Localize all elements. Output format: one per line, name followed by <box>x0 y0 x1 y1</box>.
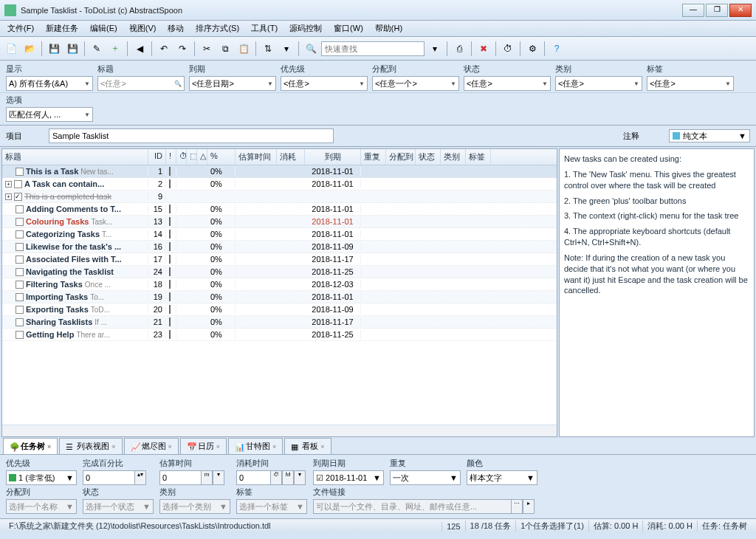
filter-alloc-combo[interactable]: <任意一个>▼ <box>372 76 459 91</box>
view-tab[interactable]: 📊甘特图 × <box>228 438 283 454</box>
tree-expander[interactable]: + <box>5 181 12 188</box>
view-tab[interactable]: ▦看板 × <box>284 438 331 454</box>
menu-move[interactable]: 移动 <box>162 21 190 35</box>
tree-expander[interactable]: + <box>5 193 12 200</box>
toolbar-search-input[interactable] <box>321 41 425 56</box>
tb-undo-icon[interactable]: ↶ <box>156 41 172 57</box>
task-checkbox[interactable] <box>16 218 24 226</box>
view-tab[interactable]: 🌳任务树 × <box>3 438 58 454</box>
task-checkbox[interactable] <box>14 180 22 188</box>
view-tab[interactable]: ☰列表视图 × <box>59 438 122 454</box>
task-checkbox[interactable] <box>16 243 24 251</box>
task-checkbox[interactable] <box>16 268 24 276</box>
task-checkbox[interactable] <box>16 230 24 238</box>
grid-body[interactable]: This is a Task New tas...10%2018-11-01+A… <box>2 165 557 425</box>
tab-close-icon[interactable]: × <box>216 443 220 450</box>
tab-close-icon[interactable]: × <box>47 443 51 450</box>
menu-edit[interactable]: 编辑(E) <box>84 21 123 35</box>
edit-recur-combo[interactable]: 一次▼ <box>390 470 461 485</box>
table-row[interactable]: Likewise for the task's ...160%2018-11-0… <box>2 241 557 253</box>
menu-view[interactable]: 视图(V) <box>123 21 162 35</box>
edit-est-input[interactable]: 0 <box>159 470 201 485</box>
filter-priority-combo[interactable]: <任意>▼ <box>281 76 368 91</box>
edit-spent-unit[interactable]: M <box>282 470 294 485</box>
tb-copy-icon[interactable]: ⧉ <box>217 41 233 57</box>
col-cat[interactable]: 类别 <box>441 149 466 165</box>
tb-open-icon[interactable]: 📂 <box>21 41 38 57</box>
table-row[interactable]: Filtering Tasks Once ...180%2018-12-03 <box>2 278 557 291</box>
filter-due-combo[interactable]: <任意日期>▼ <box>189 76 276 91</box>
menu-source[interactable]: 源码控制 <box>284 21 328 35</box>
table-row[interactable]: This is a Task New tas...10%2018-11-01 <box>2 165 557 178</box>
col-status[interactable]: 状态 <box>416 149 441 165</box>
tab-close-icon[interactable]: × <box>272 443 276 450</box>
table-row[interactable]: Getting Help There ar...230%2018-11-25 <box>2 329 557 341</box>
minimize-button[interactable]: — <box>682 4 704 17</box>
edit-priority-combo[interactable]: 1 (非常低)▼ <box>6 470 77 485</box>
task-checkbox[interactable] <box>16 168 24 176</box>
col-title[interactable]: 标题 <box>2 149 148 165</box>
filter-status-combo[interactable]: <任意>▼ <box>464 76 551 91</box>
edit-est-unit[interactable]: m <box>201 470 213 485</box>
col-flag-icon[interactable]: △ <box>197 149 207 165</box>
tab-close-icon[interactable]: × <box>168 443 172 450</box>
tb-edit-icon[interactable]: ✎ <box>89 41 105 57</box>
tb-prefs-icon[interactable]: ⚙ <box>524 41 540 57</box>
tb-new-icon[interactable]: 📄 <box>3 41 19 57</box>
filter-option-combo[interactable]: 匹配任何人, ...▼ <box>6 107 93 122</box>
tb-saveall-icon[interactable]: 💾 <box>64 41 80 57</box>
task-checkbox[interactable] <box>16 205 24 213</box>
edit-color-combo[interactable]: 样本文字▼ <box>467 470 537 485</box>
task-checkbox[interactable] <box>16 318 24 326</box>
table-row[interactable]: Associated Files with T...170%2018-11-17 <box>2 253 557 266</box>
filter-category-combo[interactable]: <任意>▼ <box>555 76 642 91</box>
table-row[interactable]: Exporting Tasks ToD...200%2018-11-09 <box>2 303 557 316</box>
edit-spent-clock-icon[interactable]: ⏱ <box>270 470 282 485</box>
tb-delete-icon[interactable]: ✖ <box>475 41 492 57</box>
view-tab[interactable]: 📈燃尽图 × <box>124 438 179 454</box>
comments-body[interactable]: New tasks can be created using:1. The 'N… <box>560 149 754 436</box>
filter-tag-combo[interactable]: <任意>▼ <box>647 76 734 91</box>
close-button[interactable]: ✕ <box>729 4 752 17</box>
table-row[interactable]: Colouring Tasks Task...130%2018-11-01 <box>2 216 557 228</box>
tb-sort-icon[interactable]: ⇅ <box>260 41 276 57</box>
edit-spent-input[interactable]: 0 <box>236 470 270 485</box>
table-row[interactable]: Categorizing Tasks T...140%2018-11-01 <box>2 228 557 241</box>
tb-cut-icon[interactable]: ✂ <box>199 41 215 57</box>
col-est[interactable]: 估算时间 <box>236 149 277 165</box>
edit-pct-input[interactable]: 0 <box>83 470 134 485</box>
edit-spent-drop[interactable]: ▾ <box>294 470 306 485</box>
maximize-button[interactable]: ❐ <box>706 4 728 17</box>
col-spent[interactable]: 消耗 <box>277 149 305 165</box>
tb-flag-icon[interactable]: ◀ <box>131 41 148 57</box>
tb-help-icon[interactable]: ? <box>549 41 565 57</box>
edit-tag-combo[interactable]: 选择一个标签▼ <box>236 499 307 514</box>
menu-file[interactable]: 文件(F) <box>1 21 40 35</box>
col-clock-icon[interactable]: ⏱ <box>176 149 187 165</box>
col-lock-icon[interactable]: ⬚ <box>187 149 197 165</box>
tb-timer-icon[interactable]: ⏱ <box>500 41 516 57</box>
tb-sortdown-icon[interactable]: ▾ <box>278 41 295 57</box>
view-tab[interactable]: 📅日历 × <box>180 438 227 454</box>
col-priority-icon[interactable]: ! <box>166 149 176 165</box>
table-row[interactable]: Adding Comments to T...150%2018-11-01 <box>2 203 557 216</box>
tb-redo-icon[interactable]: ↷ <box>174 41 190 57</box>
edit-filelink-go[interactable]: ▸ <box>523 499 535 514</box>
edit-alloc-combo[interactable]: 选择一个名称▼ <box>6 499 77 514</box>
col-tag[interactable]: 标签 <box>466 149 491 165</box>
menu-tools[interactable]: 工具(T) <box>245 21 284 35</box>
grid-hscroll[interactable] <box>2 425 557 436</box>
table-row[interactable]: Importing Tasks To...190%2018-11-01 <box>2 291 557 303</box>
table-row[interactable]: Sharing Tasklists If ...210%2018-11-17 <box>2 316 557 329</box>
comments-type-combo[interactable]: 纯文本▼ <box>669 129 750 143</box>
edit-status-combo[interactable]: 选择一个状态▼ <box>83 499 154 514</box>
tb-addtask-icon[interactable]: ＋ <box>107 41 123 57</box>
tab-close-icon[interactable]: × <box>320 443 324 450</box>
tb-print-icon[interactable]: ⎙ <box>451 41 467 57</box>
col-alloc[interactable]: 分配到 <box>386 149 416 165</box>
col-pct[interactable]: % <box>207 149 236 165</box>
table-row[interactable]: +A Task can contain...20%2018-11-01 <box>2 178 557 190</box>
task-checkbox[interactable] <box>16 255 24 264</box>
task-checkbox[interactable] <box>16 331 24 339</box>
task-checkbox[interactable] <box>16 281 24 289</box>
